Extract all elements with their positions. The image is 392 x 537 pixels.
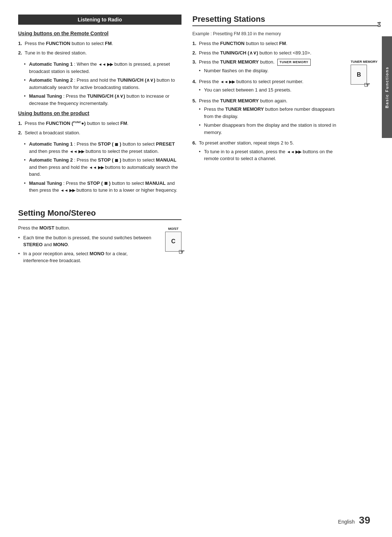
- mo-st-diagram: MO/ST C ☞: [165, 227, 181, 268]
- remote-control-subsection: Using buttons on the Remote Control 1. P…: [18, 30, 181, 107]
- tuner-memory-diagram-label: TUNER MEMORY: [351, 60, 377, 64]
- list-item: Automatic Tuning 1 : When the ◄◄ ▶▶ butt…: [24, 61, 181, 75]
- list-item: Automatic Tuning 1 : Press the STOP ( ) …: [24, 141, 181, 155]
- chapter-number: 04: [376, 22, 382, 27]
- list-item: 1. Press the FUNCTION button to select F…: [192, 40, 342, 47]
- presetting-steps-container: 1. Press the FUNCTION button to select F…: [192, 40, 342, 167]
- mo-st-label: MO/ST: [165, 227, 181, 231]
- main-content: Listening to Radio Using buttons on the …: [0, 0, 392, 537]
- remote-control-steps: 1. Press the FUNCTION button to select F…: [18, 40, 181, 56]
- remote-control-bullets: Automatic Tuning 1 : When the ◄◄ ▶▶ butt…: [24, 61, 181, 107]
- hand-icon: ☞: [178, 248, 185, 256]
- list-item: To tune in to a preset station, press th…: [199, 148, 342, 162]
- list-item: Automatic Tuning 2 : Press and hold the …: [24, 77, 181, 91]
- presetting-stations-title: Presetting Stations: [192, 15, 377, 26]
- english-label: English: [338, 519, 355, 525]
- setting-mono-title: Setting Mono/Stereo: [18, 208, 181, 220]
- list-item: 1. Press the FUNCTION (FUNC●) button to …: [18, 120, 181, 127]
- list-item: 1. Press the FUNCTION button to select F…: [18, 40, 181, 47]
- list-item: 3. Press the TUNER MEMORY button. TUNER …: [192, 58, 342, 74]
- list-item: You can select between 1 and 15 presets.: [199, 86, 342, 94]
- header-text: Listening to Radio: [78, 17, 122, 23]
- hand-icon-2: ☞: [364, 81, 370, 89]
- list-item: Number flashes on the display.: [199, 67, 342, 74]
- list-item: Press the TUNER MEMORY button before num…: [199, 106, 342, 120]
- sidebar-tab-text: Basic Functions: [385, 66, 389, 108]
- step3-bullets: Number flashes on the display.: [199, 67, 342, 74]
- product-buttons-subsection: Using buttons on the product 1. Press th…: [18, 110, 181, 194]
- listening-to-radio-header: Listening to Radio: [18, 15, 181, 25]
- list-item: 2. Tune in to the desired station.: [18, 49, 181, 57]
- diagram-letter-b: B: [357, 72, 361, 78]
- list-item: Each time the button is pressed, the sou…: [18, 234, 154, 248]
- mo-st-box: C ☞: [165, 232, 181, 252]
- presetting-content: 1. Press the FUNCTION button to select F…: [192, 40, 377, 167]
- left-column: Listening to Radio Using buttons on the …: [18, 15, 181, 522]
- step6-bullets: To tune in to a preset station, press th…: [199, 148, 342, 162]
- product-buttons-title: Using buttons on the product: [18, 110, 181, 116]
- diagram-letter: C: [171, 238, 176, 245]
- setting-mono-section: Setting Mono/Stereo Press the MO/ST butt…: [18, 208, 181, 268]
- tuner-memory-badge: TUNER MEMORY: [277, 59, 311, 66]
- page-number-area: English 39: [338, 514, 370, 526]
- list-item: Manual Tuning : Press the STOP ( ) butto…: [24, 180, 181, 194]
- list-item: Manual Tuning : Press the TUNING/CH (∧∨)…: [24, 93, 181, 107]
- step5-bullets: Press the TUNER MEMORY button before num…: [199, 106, 342, 136]
- list-item: 2. Press the TUNING/CH (∧∨) button to se…: [192, 49, 342, 57]
- list-item: 4. Press the ◄◄ ▶▶ buttons to select pre…: [192, 78, 342, 94]
- setting-mono-content: Press the MO/ST button. Each time the bu…: [18, 225, 181, 268]
- list-item: 5. Press the TUNER MEMORY button again. …: [192, 97, 342, 136]
- presetting-steps: 1. Press the FUNCTION button to select F…: [192, 40, 342, 162]
- list-item: 6. To preset another station, repeat ste…: [192, 139, 342, 162]
- setting-mono-text: Press the MO/ST button. Each time the bu…: [18, 225, 154, 268]
- product-bullets: Automatic Tuning 1 : Press the STOP ( ) …: [24, 141, 181, 194]
- remote-control-title: Using buttons on the Remote Control: [18, 30, 181, 36]
- page-container: Listening to Radio Using buttons on the …: [0, 0, 392, 537]
- example-text: Example : Presetting FM 89.10 in the mem…: [192, 31, 377, 36]
- tuner-memory-diagram: TUNER MEMORY B ☞: [351, 60, 377, 167]
- diagram-box: B ☞: [351, 65, 367, 85]
- list-item: Automatic Tuning 2 : Press the STOP ( ) …: [24, 156, 181, 178]
- page-number: 39: [359, 514, 370, 526]
- setting-mono-instruction: Press the MO/ST button.: [18, 225, 154, 231]
- setting-mono-bullets: Each time the button is pressed, the sou…: [18, 234, 154, 264]
- list-item: Number disappears from the display and t…: [199, 122, 342, 136]
- sidebar-tab: Basic Functions: [382, 36, 392, 138]
- list-item: 2. Select a broadcast station.: [18, 129, 181, 137]
- step4-bullets: You can select between 1 and 15 presets.: [199, 86, 342, 94]
- product-steps: 1. Press the FUNCTION (FUNC●) button to …: [18, 120, 181, 136]
- right-column: Presetting Stations Example : Presetting…: [192, 15, 377, 522]
- list-item: In a poor reception area, select MONO fo…: [18, 250, 154, 264]
